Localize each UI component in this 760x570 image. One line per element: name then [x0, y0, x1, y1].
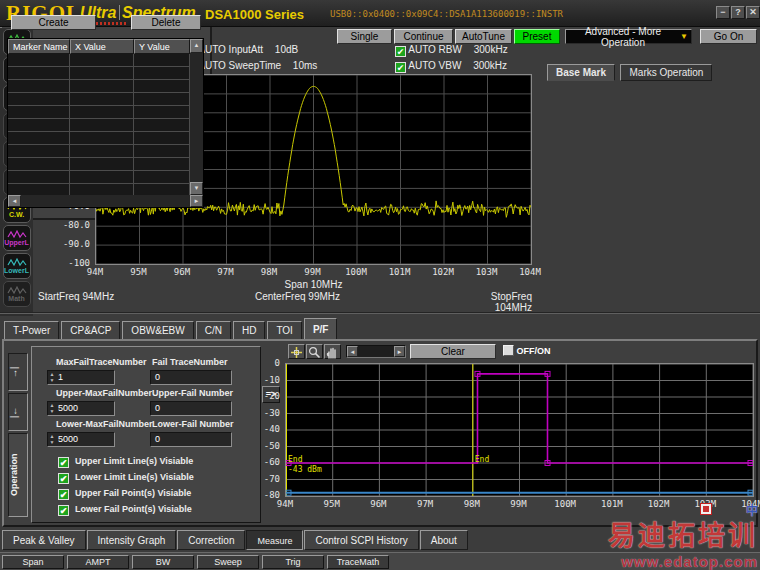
column-header-marker-name[interactable]: Marker Name: [8, 39, 70, 54]
help-button[interactable]: ?: [731, 6, 745, 19]
bottom-button-span[interactable]: Span: [2, 555, 64, 569]
checkbox-checked-icon[interactable]: ✔: [58, 473, 69, 484]
measure-tab-p-f[interactable]: P/F: [304, 318, 338, 340]
measure-tab-obw-ebw[interactable]: OBW&EBW: [122, 321, 193, 340]
bottom-tab-control-scpi-history[interactable]: Control SCPI History: [304, 530, 418, 550]
checkbox-checked-icon[interactable]: ✔: [395, 46, 406, 57]
table-cell: [134, 171, 190, 184]
column-header-y-value[interactable]: Y Value: [134, 39, 190, 54]
bottom-tab-intensity-graph[interactable]: Intensity Graph: [87, 530, 177, 550]
bottom-tab-peak-valley[interactable]: Peak & Valley: [2, 530, 86, 550]
checkbox-checked-icon[interactable]: ✔: [58, 457, 69, 468]
table-row[interactable]: [8, 80, 190, 93]
visibility-checkbox-1[interactable]: ✔Lower Limit Line(s) Visiable: [58, 472, 194, 484]
table-row[interactable]: [8, 158, 190, 171]
bottom-button-bw[interactable]: BW: [132, 555, 194, 569]
pan-tool-button[interactable]: [324, 344, 341, 359]
field-label-4: Lower-MaxFailNumber: [56, 419, 153, 429]
preset-button[interactable]: Preset: [514, 29, 560, 44]
sidebar-item-upperl[interactable]: UpperL: [3, 225, 31, 251]
scroll-up-icon[interactable]: ▲: [190, 39, 203, 53]
table-row[interactable]: [8, 54, 190, 67]
spinner-arrows-icon[interactable]: ▲ ▼: [48, 371, 56, 384]
bottom-tab-measure[interactable]: Measure: [246, 530, 303, 550]
pf-chart-scrollbar[interactable]: ◄ ►: [346, 345, 406, 358]
scroll-right-icon[interactable]: ►: [394, 346, 405, 357]
horizontal-scrollbar[interactable]: [21, 195, 190, 207]
side-tab-collapse-left[interactable]: |←: [8, 393, 28, 431]
x-tick-label: 103M: [476, 267, 498, 277]
field-input-lower-fail-number[interactable]: 0: [150, 432, 232, 447]
bottom-button-trig[interactable]: Trig: [262, 555, 324, 569]
spinner-arrows-icon[interactable]: ▲ ▼: [48, 402, 56, 415]
visibility-checkbox-2[interactable]: ✔Upper Fail Point(s) Visiable: [58, 488, 191, 500]
checkbox-checked-icon[interactable]: ✔: [395, 62, 406, 73]
tab-base-mark[interactable]: Base Mark: [547, 64, 615, 81]
checkbox-checked-icon[interactable]: ✔: [58, 489, 69, 500]
measure-tab-t-power[interactable]: T-Power: [4, 321, 59, 340]
bottom-button-tracemath[interactable]: TraceMath: [327, 555, 389, 569]
continue-button[interactable]: Continue: [394, 29, 453, 44]
advanced-operation-dropdown[interactable]: Advanced - More Operation ▼: [565, 29, 692, 44]
side-tab-operation[interactable]: Operation: [8, 433, 28, 517]
vertical-scrollbar[interactable]: [190, 53, 203, 182]
autotune-button[interactable]: AutoTune: [455, 29, 512, 44]
scroll-left-icon[interactable]: ◄: [8, 195, 21, 207]
move-tool-button[interactable]: [288, 344, 305, 359]
visibility-checkbox-label-3: Lower Fail Point(s) Visiable: [75, 504, 192, 514]
y-tick-label: 0: [275, 358, 280, 368]
bottom-button-ampt[interactable]: AMPT: [67, 555, 129, 569]
table-row[interactable]: [8, 119, 190, 132]
tab-marks-operation[interactable]: Marks Operation: [620, 64, 712, 81]
field-input-upper-fail-number[interactable]: 0: [150, 401, 232, 416]
measure-tab-hd[interactable]: HD: [233, 321, 265, 340]
bottom-tab-about[interactable]: About: [420, 530, 468, 550]
visibility-checkbox-3[interactable]: ✔Lower Fail Point(s) Visiable: [58, 504, 192, 516]
table-row[interactable]: [8, 106, 190, 119]
minimize-button[interactable]: −: [716, 6, 730, 19]
zoom-tool-button[interactable]: [306, 344, 323, 359]
go-on-button[interactable]: Go On: [700, 29, 757, 44]
clear-button[interactable]: Clear: [410, 344, 496, 359]
field-input-upper-maxfailnumber[interactable]: 5000▲ ▼: [47, 401, 115, 416]
auto-rbw-checkbox[interactable]: ✔ AUTO RBW 300kHz: [395, 44, 508, 57]
column-header-x-value[interactable]: X Value: [70, 39, 134, 54]
sidebar-item-math[interactable]: Math: [3, 281, 31, 307]
table-cell: [8, 132, 70, 145]
checkbox-checked-icon[interactable]: ✔: [58, 505, 69, 516]
create-marker-button[interactable]: Create: [11, 15, 96, 30]
titlebar: RIGOL Ultra Spectrum DSA1000 Series USB0…: [0, 0, 760, 27]
delete-marker-button[interactable]: Delete: [131, 15, 201, 30]
measure-tab-toi[interactable]: TOI: [267, 321, 301, 340]
checkbox-unchecked-icon[interactable]: [503, 345, 514, 356]
scroll-left-icon[interactable]: ◄: [347, 346, 358, 357]
scroll-down-icon[interactable]: ▼: [190, 182, 203, 195]
table-row[interactable]: [8, 93, 190, 106]
field-input-maxfailtracenumber[interactable]: 1▲ ▼: [47, 370, 115, 385]
bottom-button-sweep[interactable]: Sweep: [197, 555, 259, 569]
table-row[interactable]: [8, 132, 190, 145]
measure-tab-c-n[interactable]: C/N: [196, 321, 231, 340]
scroll-right-icon[interactable]: ►: [190, 195, 203, 207]
spinner-arrows-icon[interactable]: ▲ ▼: [48, 433, 56, 446]
visibility-checkbox-0[interactable]: ✔Upper Limit Line(s) Visiable: [58, 456, 193, 468]
table-row[interactable]: [8, 67, 190, 80]
field-input-fail-tracenumber[interactable]: 0: [150, 370, 232, 385]
offon-checkbox[interactable]: OFF/ON: [503, 345, 551, 356]
table-row[interactable]: [8, 145, 190, 158]
offon-label: OFF/ON: [517, 346, 551, 356]
lowerl-label: LowerL: [4, 267, 29, 275]
sidebar-item-lowerl[interactable]: LowerL: [3, 253, 31, 279]
advanced-operation-label: Advanced - More Operation: [566, 26, 680, 48]
single-button[interactable]: Single: [337, 29, 392, 44]
auto-sweeptime-checkbox[interactable]: ✔ AUTO SweepTime 10ms: [185, 60, 317, 73]
bottom-tab-correction[interactable]: Correction: [177, 530, 245, 550]
side-tab-collapse-right[interactable]: →|: [8, 353, 28, 391]
field-input-lower-maxfailnumber[interactable]: 5000▲ ▼: [47, 432, 115, 447]
table-cell: [70, 119, 134, 132]
table-row[interactable]: [8, 171, 190, 184]
auto-vbw-checkbox[interactable]: ✔ AUTO VBW 300kHz: [395, 60, 507, 73]
close-button[interactable]: ✕: [746, 6, 760, 19]
x-tick-label: 95M: [324, 499, 340, 509]
measure-tab-cp-acp[interactable]: CP&ACP: [61, 321, 120, 340]
